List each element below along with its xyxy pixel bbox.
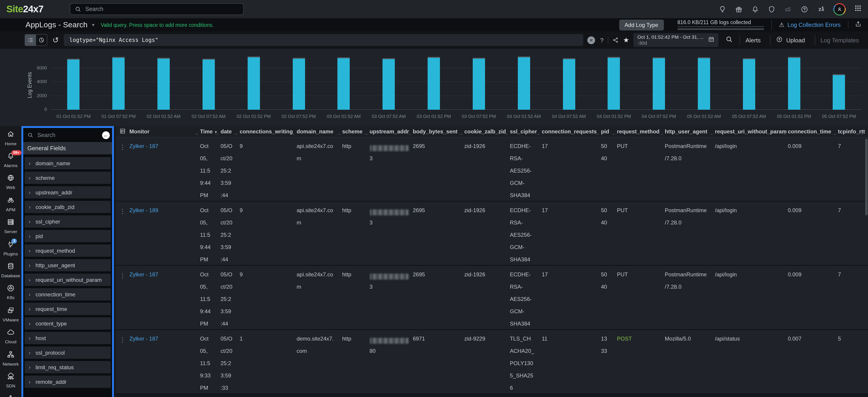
field-item-upstream_addr[interactable]: ›upstream_addr (25, 186, 111, 199)
sidebar-item-plugins[interactable]: Plugins3 (0, 237, 22, 259)
chart-bar[interactable] (653, 58, 665, 110)
apps-grid-icon[interactable] (854, 5, 862, 14)
column-resize-handle[interactable] (216, 134, 219, 135)
export-icon[interactable] (848, 21, 868, 29)
chart-bar[interactable] (338, 57, 350, 110)
column-resize-handle[interactable] (783, 134, 786, 135)
field-item-request_method[interactable]: ›request_method (25, 244, 111, 257)
column-resize-handle[interactable] (337, 134, 341, 135)
column-resize-handle[interactable] (291, 134, 295, 135)
sidebar-item-alarms[interactable]: Alarms99+ (0, 149, 22, 171)
column-resize-handle[interactable] (596, 134, 600, 135)
sidebar-item-database[interactable]: Database (0, 259, 22, 282)
column-header-domain_name[interactable]: domain_name (297, 128, 342, 135)
column-header-date[interactable]: date (220, 128, 240, 135)
date-range-picker[interactable]: Oct 1, 01:52:42 PM - Oct 31, ... -30d (633, 33, 719, 47)
row-menu-icon[interactable]: ⋮ (116, 268, 126, 279)
table-row[interactable]: ⋮Zylker - 187Oct 05, 11:59:33 PM05/Oct/2… (116, 330, 868, 394)
chart-bar[interactable] (67, 59, 80, 110)
field-item-content_type[interactable]: ›content_type (25, 317, 111, 330)
row-menu-icon[interactable]: ⋮ (116, 204, 126, 215)
chart-bar[interactable] (112, 57, 125, 110)
column-header-tcpinfo_rtt[interactable]: tcpinfo_rtt (838, 128, 865, 135)
column-header-body_bytes_sent[interactable]: body_bytes_sent (413, 128, 464, 135)
row-menu-icon[interactable]: ⋮ (116, 332, 126, 343)
chart-bar[interactable] (292, 58, 305, 110)
monitor-link[interactable]: Zylker - 187 (129, 271, 158, 278)
table-row[interactable]: ⋮Zylker - 187Oct 05, 11:59:44 PM05/Oct/2… (116, 137, 868, 202)
field-item-pid[interactable]: ›pid (25, 230, 111, 242)
column-resize-handle[interactable] (710, 134, 714, 135)
column-header-cookie_zalb_zid[interactable]: cookie_zalb_zid (464, 128, 510, 135)
share-icon[interactable] (613, 37, 619, 43)
chart-bar[interactable] (428, 57, 440, 110)
bell-icon[interactable] (751, 5, 759, 13)
column-header-pid[interactable]: pid (601, 128, 617, 135)
table-row[interactable]: ⋮Zylker - 189Oct 05, 11:59:44 PM05/Oct/2… (116, 202, 868, 266)
log-collection-errors-link[interactable]: ⚠ Log Collection Errors (772, 22, 848, 28)
column-header-time[interactable]: Time▼ (200, 128, 220, 135)
column-header-connection_time[interactable]: connection_time (788, 128, 838, 135)
fields-search-input[interactable]: Search ← (23, 128, 112, 142)
global-search-input[interactable]: Search (70, 3, 244, 15)
monitor-link[interactable]: Zylker - 187 (129, 335, 158, 342)
column-resize-handle[interactable] (660, 134, 663, 135)
pie-view-toggle[interactable] (36, 35, 47, 45)
query-history-icon[interactable]: ↺ (53, 35, 59, 45)
chart-bar[interactable] (608, 57, 620, 110)
column-resize-handle[interactable] (860, 134, 864, 135)
column-header-scheme[interactable]: scheme (342, 128, 370, 135)
chart-bar[interactable] (563, 58, 575, 110)
add-log-type-button[interactable]: Add Log Type (619, 19, 664, 30)
upload-link[interactable]: Upload (770, 35, 810, 45)
column-resize-handle[interactable] (537, 134, 540, 135)
field-item-request_time[interactable]: ›request_time (25, 303, 111, 315)
monitor-link[interactable]: Zylker - 189 (129, 207, 158, 213)
chart-bar[interactable] (157, 58, 170, 110)
column-resize-handle[interactable] (408, 134, 411, 135)
sidebar-item-network[interactable]: Network (0, 348, 22, 369)
column-header-upstream_addr[interactable]: upstream_addr (370, 128, 413, 135)
column-resize-handle[interactable] (459, 134, 463, 135)
avatar[interactable] (833, 3, 846, 15)
column-header-connections_writing[interactable]: connections_writing (240, 128, 297, 135)
megaphone-icon[interactable] (784, 5, 792, 13)
run-search-icon[interactable] (723, 35, 736, 45)
sidebar-item-vmware[interactable]: VMware (0, 303, 22, 325)
sidebar-item-azure[interactable]: Azure (0, 391, 22, 397)
log-templates-link[interactable]: Log Templates (814, 35, 864, 45)
chart-bar[interactable] (203, 59, 215, 110)
query-input[interactable]: logtype="Nginx Access Logs" (64, 34, 584, 46)
favorite-star-icon[interactable]: ★ (623, 36, 629, 44)
zia-icon[interactable] (817, 5, 825, 13)
chart-bar[interactable] (382, 59, 395, 110)
query-help-icon[interactable]: ? (599, 37, 608, 43)
field-item-request_uri_without_param[interactable]: ›request_uri_without_param (25, 274, 111, 286)
sidebar-item-home[interactable]: Home (0, 127, 22, 149)
column-resize-handle[interactable] (612, 134, 616, 135)
field-item-http_user_agent[interactable]: ›http_user_agent (25, 259, 111, 271)
chart-bar[interactable] (518, 57, 530, 110)
field-item-ssl_cipher[interactable]: ›ssl_cipher (25, 216, 111, 228)
field-item-connection_time[interactable]: ›connection_time (25, 288, 111, 300)
column-resize-handle[interactable] (505, 134, 508, 135)
column-resize-handle[interactable] (365, 134, 368, 135)
chart-bar[interactable] (743, 58, 755, 110)
row-menu-icon[interactable]: ⋮ (116, 140, 126, 151)
field-item-remote_addr[interactable]: ›remote_addr (25, 375, 111, 388)
gift-icon[interactable] (735, 5, 743, 13)
sidebar-item-web[interactable]: Web (0, 171, 22, 193)
sidebar-item-k8s[interactable]: K8s (0, 281, 22, 303)
field-item-domain_name[interactable]: ›domain_name (25, 157, 111, 169)
sidebar-item-cloud[interactable]: Cloud (0, 325, 22, 348)
help-icon[interactable] (801, 5, 808, 13)
column-resize-handle[interactable] (195, 134, 199, 135)
column-header-http_user_agent[interactable]: http_user_agent (665, 128, 715, 135)
column-header-request_uri_without_param[interactable]: request_uri_without_param (715, 128, 788, 135)
sidebar-item-apm[interactable]: APM (0, 193, 22, 215)
column-header-ssl_cipher[interactable]: ssl_cipher (510, 128, 542, 135)
table-view-icon[interactable] (116, 128, 129, 135)
field-item-limit_req_status[interactable]: ›limit_req_status (25, 361, 111, 373)
chart-bar[interactable] (247, 57, 260, 110)
field-item-host[interactable]: ›host (25, 332, 111, 344)
